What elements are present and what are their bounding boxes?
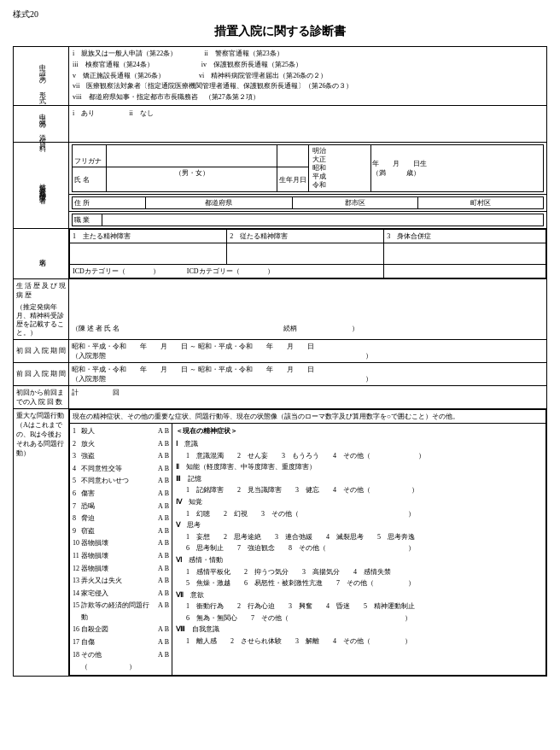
item-a-7: A <box>158 501 163 513</box>
primary-disease-field[interactable] <box>70 243 227 264</box>
item-num-16: 16 <box>73 624 79 636</box>
prefecture-field[interactable]: 都道府県 <box>145 196 292 208</box>
item-label-8: 脅迫 <box>81 513 156 524</box>
symptom-group-7-items-a: 1 衝動行為 2 行為心迫 3 興奮 4 昏迷 5 精神運動制止 <box>186 601 542 612</box>
life-history-label: 生 活 歴 及 び 現 病 歴 <box>16 281 66 300</box>
item-num-7: 7 <box>73 501 79 513</box>
occupation-field[interactable] <box>102 214 544 226</box>
era-options: 明治大正昭和平成令和 <box>309 144 371 191</box>
item-num-12: 12 <box>73 563 79 575</box>
item-label-4: 不同意性交等 <box>81 463 156 475</box>
item-b-1: B <box>165 425 169 437</box>
item-label-14: 家宅侵入 <box>81 588 156 600</box>
item-label-10: 器物損壊 <box>81 537 156 549</box>
icd-row: ICDカテゴリー（ ） ICDカテゴリー（ ） <box>70 264 384 278</box>
roman-2: Ⅱ <box>176 463 179 471</box>
item-num-17: 17 <box>73 636 79 648</box>
item-a-17: A <box>158 636 163 648</box>
name-field[interactable]: （男・女） <box>107 167 277 192</box>
life-history-content[interactable]: （陳 述 者 氏 名 続柄 ） <box>69 278 547 339</box>
item-label-17: 自傷 <box>81 636 156 648</box>
symptom-group-4-items: 1 幻聴 2 幻視 3 その他（ ） <box>186 508 542 520</box>
item-a-15: A <box>158 600 163 623</box>
first-admission-type: （入院形態 ） <box>72 351 544 360</box>
item-a-11: A <box>158 550 163 562</box>
item-label-6: 傷害 <box>81 488 156 500</box>
primary-disease-label: 1 主たる精神障害 <box>70 229 227 243</box>
prev-admission-label: 前 回 入 院 期 間 <box>14 362 69 385</box>
serious-behavior-content: 現在の精神症状、その他の重要な症状、問題行動等、現在の状態像（該当のローマ数字及… <box>69 408 547 676</box>
symptom-group-7-items-b: 6 無為・無関心 7 その他（ ） <box>186 612 542 624</box>
item-a-2: A <box>158 438 163 450</box>
item-label-11: 器物損壊 <box>81 550 156 562</box>
item-label-18: その他 <box>81 649 156 661</box>
item-a-4: A <box>158 463 163 475</box>
address-row: 住 所 都道府県 郡市区 町村区 <box>69 194 547 211</box>
item-a-16: A <box>158 624 163 636</box>
item-label-2: 放火 <box>81 438 156 450</box>
symptom-group-7: Ⅶ 意欲 <box>176 589 542 601</box>
secondary-disease-field[interactable] <box>227 243 384 264</box>
item-label-7: 恐喝 <box>81 501 156 513</box>
roman-8: Ⅷ <box>176 625 185 633</box>
item-num-5: 5 <box>73 475 79 487</box>
city-field[interactable]: 郡市区 <box>292 196 417 208</box>
item-a-14: A <box>158 588 163 600</box>
serious-behavior-label: 重大な問題行動（Aはこれまでの、Bは今後おそれある問題行動） <box>14 408 69 676</box>
item-b-12: B <box>165 563 169 575</box>
item-num-8: 8 <box>73 513 79 524</box>
roman-3: Ⅲ <box>176 475 181 483</box>
page-label: 様式20 <box>13 9 547 21</box>
item-num-2: 2 <box>73 438 79 450</box>
roman-4: Ⅳ <box>176 498 182 506</box>
item-a-1: A <box>158 425 163 437</box>
item-b-9: B <box>165 525 169 537</box>
item-label-9: 窃盗 <box>81 525 156 537</box>
address-label: 住 所 <box>73 196 146 208</box>
symptom-group-1: Ⅰ 意識 <box>176 438 542 450</box>
narrator-label: （陳 述 者 氏 名 続柄 ） <box>72 324 544 333</box>
item-b-11: B <box>165 550 169 562</box>
item-label-16: 自殺企図 <box>81 624 156 636</box>
application-form-content: i 親族又は一般人申請（第22条） ii 警察官通報（第23条） iii 検察官… <box>69 47 547 106</box>
secondary-disease-label: 2 従たる精神障害 <box>227 229 384 243</box>
item-a-6: A <box>158 488 163 500</box>
behavior-list-cell: 1殺人AB 2放火AB 3強盗AB 4不同意性交等AB 5不同意わいせつAB 6… <box>70 423 172 675</box>
item-label-1: 殺人 <box>81 425 156 437</box>
first-admission-period: 昭和・平成・令和 年 月 日 ～ 昭和・平成・令和 年 月 日 <box>72 342 544 351</box>
symptom-group-1-items: 1 意識混濁 2 せん妄 3 もうろう 4 その他（ ） <box>186 450 542 462</box>
item-num-10: 10 <box>73 537 79 549</box>
item-other-label: （ ） <box>81 661 156 673</box>
item-b-8: B <box>165 513 169 524</box>
symptoms-title: ＜現在の精神症状＞ <box>176 426 542 436</box>
town-field[interactable]: 町村区 <box>417 196 543 208</box>
attachments-content: i あり ii なし <box>69 105 547 142</box>
symptom-group-8-items: 1 離人感 2 させられ体験 3 解離 4 その他（ ） <box>186 636 542 647</box>
first-admission-label: 初 回 入 院 期 間 <box>14 339 69 362</box>
prev-admission-type: （入院形態 ） <box>72 374 544 384</box>
item-num-6: 6 <box>73 488 79 500</box>
occupation-row: 職 業 <box>69 211 547 228</box>
furigana-field[interactable] <box>107 144 277 167</box>
prev-admission-content: 昭和・平成・令和 年 月 日 ～ 昭和・平成・令和 年 月 日 （入院形態 ） <box>69 362 547 385</box>
comorbidity-field[interactable] <box>384 243 546 264</box>
item-label-15: 詐欺等の経済的問題行動 <box>81 600 156 623</box>
symptom-group-3: Ⅲ 記憶 <box>176 473 542 485</box>
symptom-group-5: Ⅴ 思考 <box>176 519 542 531</box>
item-label-3: 強盗 <box>81 450 156 462</box>
item-b-18: B <box>165 649 169 661</box>
symptoms-content: Ⅰ 意識 1 意識混濁 2 せん妄 3 もうろう 4 その他（ ） Ⅱ 知能（軽… <box>176 438 542 647</box>
page-title: 措置入院に関する診断書 <box>13 24 547 39</box>
item-b-2: B <box>165 438 169 450</box>
icd-empty <box>384 264 546 278</box>
roman-6: Ⅵ <box>176 556 182 564</box>
symptom-group-4: Ⅳ 知覚 <box>176 496 542 508</box>
item-label-13: 弄火又は失火 <box>81 575 156 587</box>
item-label-5: 不同意わいせつ <box>81 475 156 487</box>
item-b-5: B <box>165 475 169 487</box>
item-b-7: B <box>165 501 169 513</box>
symptom-group-6: Ⅵ 感情・情動 <box>176 554 542 566</box>
item-a-8: A <box>158 513 163 524</box>
item-a-5: A <box>158 475 163 487</box>
symptom-group-6-items-a: 1 感情平板化 2 抑うつ気分 3 高揚気分 4 感情失禁 <box>186 566 542 578</box>
